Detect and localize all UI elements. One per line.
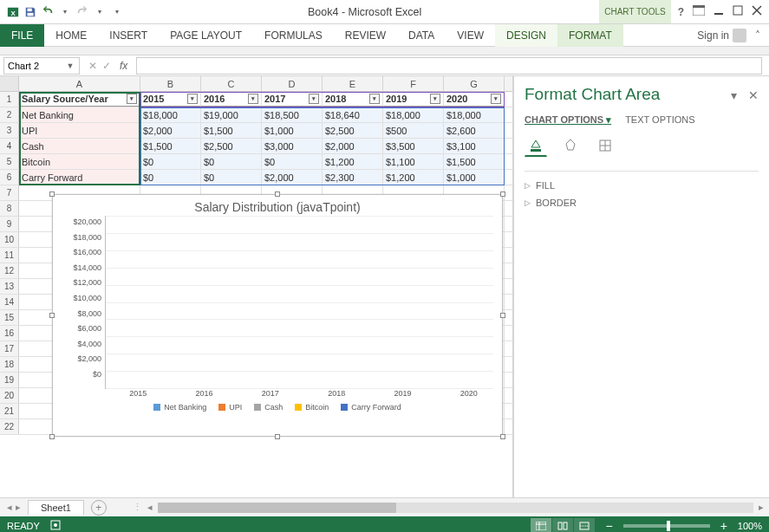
tab-format[interactable]: FORMAT (557, 24, 623, 47)
cell[interactable]: $1,000 (262, 123, 323, 138)
col-header-c[interactable]: C (201, 76, 262, 91)
name-box[interactable]: ▼ (3, 57, 80, 75)
enter-formula-icon[interactable]: ✓ (102, 60, 111, 72)
row-header[interactable]: 1 (0, 92, 19, 107)
cell[interactable]: Bitcoin (19, 154, 140, 169)
cell[interactable]: Cash (19, 139, 140, 153)
row-header[interactable]: 15 (0, 310, 19, 325)
maximize-icon[interactable] (733, 5, 743, 18)
undo-dropdown-icon[interactable]: ▾ (57, 4, 73, 20)
cell[interactable]: $2,500 (323, 123, 383, 138)
cell[interactable]: $1,500 (201, 123, 262, 138)
col-header-f[interactable]: F (383, 76, 444, 91)
cell[interactable]: $2,500 (201, 139, 262, 153)
hscroll-left-icon[interactable]: ◂ (147, 502, 153, 513)
excel-icon[interactable]: X (5, 4, 21, 20)
legend-item[interactable]: Bitcoin (295, 403, 329, 412)
cell[interactable]: $2,300 (323, 170, 383, 185)
panel-close-icon[interactable]: ✕ (748, 88, 759, 102)
chart-title[interactable]: Salary Distribution (javaTpoint) (53, 195, 502, 216)
cell[interactable]: $2,600 (444, 123, 505, 138)
undo-icon[interactable] (40, 4, 55, 20)
cell[interactable]: $19,000 (201, 107, 262, 122)
select-all-corner[interactable] (0, 76, 19, 91)
hscroll-right-icon[interactable]: ▸ (759, 502, 764, 513)
chart-legend[interactable]: Net BankingUPICashBitcoinCarry Forward (53, 398, 502, 417)
cell[interactable]: 2018▾ (323, 92, 383, 107)
row-header[interactable]: 3 (0, 123, 19, 138)
cell[interactable]: $1,500 (444, 154, 505, 169)
zoom-in-icon[interactable]: + (720, 519, 727, 532)
size-properties-icon[interactable] (594, 134, 616, 157)
cell[interactable]: $0 (140, 170, 201, 185)
sheet-nav-first-icon[interactable]: ◂ (7, 502, 12, 513)
collapse-ribbon-icon[interactable]: ˄ (746, 29, 769, 42)
minimize-icon[interactable] (714, 5, 724, 18)
row-header[interactable]: 11 (0, 248, 19, 263)
legend-item[interactable]: Cash (254, 403, 283, 412)
cancel-formula-icon[interactable]: ✕ (88, 60, 97, 72)
cell[interactable]: $3,500 (383, 139, 444, 153)
sheet-nav-last-icon[interactable]: ▸ (16, 502, 21, 513)
tab-home[interactable]: HOME (44, 24, 98, 47)
row-header[interactable]: 12 (0, 263, 19, 278)
cell[interactable]: Net Banking (19, 107, 140, 122)
row-header[interactable]: 13 (0, 279, 19, 294)
cell[interactable]: $0 (201, 170, 262, 185)
formula-bar-input[interactable] (136, 57, 762, 75)
tab-page-layout[interactable]: PAGE LAYOUT (159, 24, 253, 47)
cell[interactable]: Salary Source/Year▾ (19, 92, 140, 107)
cell[interactable]: $18,500 (262, 107, 323, 122)
filter-icon[interactable]: ▾ (369, 94, 380, 104)
row-header[interactable]: 21 (0, 404, 19, 418)
row-header[interactable]: 10 (0, 232, 19, 247)
cell[interactable]: $1,500 (140, 139, 201, 153)
cell[interactable]: $500 (383, 123, 444, 138)
row-header[interactable]: 18 (0, 357, 19, 372)
cell[interactable]: $0 (262, 154, 323, 169)
filter-icon[interactable]: ▾ (187, 94, 198, 104)
cell[interactable]: $0 (201, 154, 262, 169)
cell[interactable]: $1,200 (323, 154, 383, 169)
tab-data[interactable]: DATA (397, 24, 446, 47)
save-icon[interactable] (23, 4, 38, 20)
row-header[interactable]: 9 (0, 217, 19, 231)
filter-icon[interactable]: ▾ (248, 94, 258, 104)
panel-tab-text-options[interactable]: TEXT OPTIONS (625, 114, 694, 126)
cell[interactable]: $3,100 (444, 139, 505, 153)
tab-formulas[interactable]: FORMULAS (253, 24, 334, 47)
cell[interactable]: 2015▾ (140, 92, 201, 107)
filter-icon[interactable]: ▾ (430, 94, 440, 104)
chart-plot-area[interactable]: $20,000$18,000$16,000$14,000$12,000$10,0… (53, 216, 502, 389)
row-header[interactable]: 14 (0, 295, 19, 309)
row-header[interactable]: 5 (0, 154, 19, 169)
fill-expander[interactable]: FILL (525, 180, 759, 191)
redo-icon[interactable] (75, 4, 90, 20)
qat-customize-icon[interactable]: ▾ (109, 4, 125, 20)
cell[interactable]: $2,000 (140, 123, 201, 138)
cell[interactable]: $1,000 (444, 170, 505, 185)
cell[interactable]: 2020▾ (444, 92, 505, 107)
row-header[interactable]: 2 (0, 107, 19, 122)
zoom-slider[interactable] (623, 524, 710, 528)
cell[interactable]: Carry Forward (19, 170, 140, 185)
row-header[interactable]: 7 (0, 185, 19, 200)
row-header[interactable]: 22 (0, 419, 19, 434)
cell[interactable]: $18,640 (323, 107, 383, 122)
col-header-a[interactable]: A (19, 76, 140, 91)
row-header[interactable]: 17 (0, 341, 19, 356)
fill-line-icon[interactable] (525, 134, 547, 157)
cell[interactable]: $18,000 (140, 107, 201, 122)
filter-icon[interactable]: ▾ (127, 94, 137, 104)
row-header[interactable]: 4 (0, 139, 19, 153)
cell[interactable]: 2017▾ (262, 92, 323, 107)
close-icon[interactable] (752, 5, 762, 18)
tab-split-handle[interactable]: ⋮ (133, 502, 142, 513)
tab-review[interactable]: REVIEW (334, 24, 397, 47)
redo-dropdown-icon[interactable]: ▾ (92, 4, 108, 20)
zoom-level[interactable]: 100% (738, 521, 762, 531)
col-header-b[interactable]: B (140, 76, 201, 91)
normal-view-icon[interactable] (531, 518, 551, 532)
col-header-d[interactable]: D (262, 76, 323, 91)
cell[interactable]: $1,100 (383, 154, 444, 169)
